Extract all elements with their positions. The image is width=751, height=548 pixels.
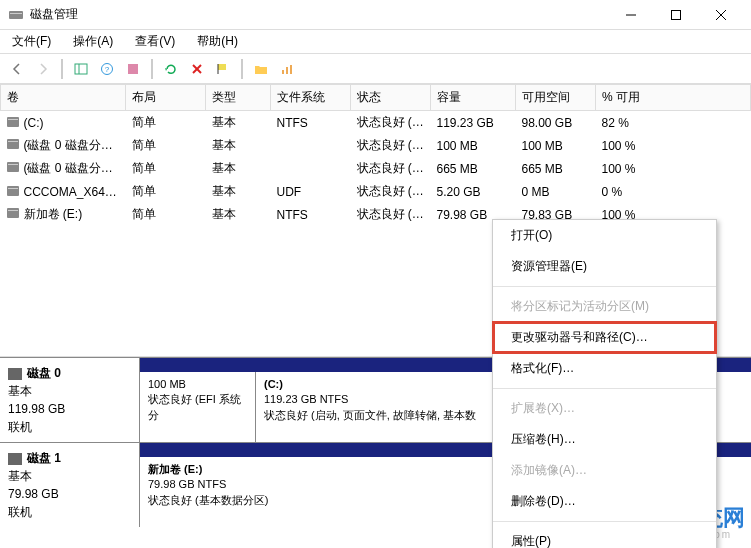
svg-rect-0	[9, 11, 23, 19]
svg-rect-15	[282, 70, 284, 74]
disk-info: 磁盘 0基本119.98 GB联机	[0, 358, 140, 442]
context-menu-item: 添加镜像(A)…	[493, 455, 716, 486]
svg-rect-3	[671, 10, 680, 19]
context-menu-item[interactable]: 属性(P)	[493, 526, 716, 548]
help-icon[interactable]: ?	[96, 58, 118, 80]
menu-view[interactable]: 查看(V)	[129, 31, 181, 52]
col-fs[interactable]: 文件系统	[271, 85, 351, 111]
maximize-button[interactable]	[653, 0, 698, 30]
disk-icon	[8, 453, 22, 465]
delete-icon[interactable]	[186, 58, 208, 80]
separator	[151, 59, 153, 79]
chart-icon[interactable]	[276, 58, 298, 80]
svg-rect-1	[10, 13, 22, 14]
col-type[interactable]: 类型	[206, 85, 271, 111]
drive-icon	[7, 208, 19, 218]
separator	[493, 521, 716, 522]
context-menu-item[interactable]: 压缩卷(H)…	[493, 424, 716, 455]
context-menu-item[interactable]: 格式化(F)…	[493, 353, 716, 384]
table-row[interactable]: (磁盘 0 磁盘分区 1)简单基本状态良好 (…100 MB100 MB100 …	[1, 134, 751, 157]
toolbar: ?	[0, 54, 751, 84]
minimize-button[interactable]	[608, 0, 653, 30]
titlebar: 磁盘管理	[0, 0, 751, 30]
context-menu-item[interactable]: 删除卷(D)…	[493, 486, 716, 517]
settings-icon[interactable]	[122, 58, 144, 80]
app-icon	[8, 7, 24, 23]
flag-icon[interactable]	[212, 58, 234, 80]
close-button[interactable]	[698, 0, 743, 30]
folder-icon[interactable]	[250, 58, 272, 80]
table-row[interactable]: (磁盘 0 磁盘分区 4)简单基本状态良好 (…665 MB665 MB100 …	[1, 157, 751, 180]
forward-icon[interactable]	[32, 58, 54, 80]
disk-icon	[8, 368, 22, 380]
col-layout[interactable]: 布局	[126, 85, 206, 111]
svg-rect-16	[286, 67, 288, 74]
drive-icon	[7, 117, 19, 127]
col-pct[interactable]: % 可用	[596, 85, 751, 111]
svg-rect-6	[75, 64, 87, 74]
context-menu-item: 扩展卷(X)…	[493, 393, 716, 424]
col-volume[interactable]: 卷	[1, 85, 126, 111]
table-row[interactable]: (C:)简单基本NTFS状态良好 (…119.23 GB98.00 GB82 %	[1, 111, 751, 135]
separator	[493, 286, 716, 287]
drive-icon	[7, 139, 19, 149]
svg-text:?: ?	[105, 65, 110, 74]
col-status[interactable]: 状态	[351, 85, 431, 111]
table-header: 卷 布局 类型 文件系统 状态 容量 可用空间 % 可用	[1, 85, 751, 111]
context-menu-item[interactable]: 资源管理器(E)	[493, 251, 716, 282]
col-capacity[interactable]: 容量	[431, 85, 516, 111]
context-menu: 打开(O)资源管理器(E)将分区标记为活动分区(M)更改驱动器号和路径(C)…格…	[492, 219, 717, 548]
back-icon[interactable]	[6, 58, 28, 80]
separator	[61, 59, 63, 79]
partition[interactable]: 100 MB状态良好 (EFI 系统分	[140, 372, 255, 442]
drive-icon	[7, 162, 19, 172]
context-menu-item[interactable]: 更改驱动器号和路径(C)…	[493, 322, 716, 353]
menu-file[interactable]: 文件(F)	[6, 31, 57, 52]
window-title: 磁盘管理	[30, 6, 608, 23]
context-menu-item[interactable]: 打开(O)	[493, 220, 716, 251]
col-free[interactable]: 可用空间	[516, 85, 596, 111]
context-menu-item: 将分区标记为活动分区(M)	[493, 291, 716, 322]
drive-icon	[7, 186, 19, 196]
disk-info: 磁盘 1基本79.98 GB联机	[0, 443, 140, 527]
separator	[241, 59, 243, 79]
menu-help[interactable]: 帮助(H)	[191, 31, 244, 52]
svg-rect-17	[290, 65, 292, 74]
menubar: 文件(F) 操作(A) 查看(V) 帮助(H)	[0, 30, 751, 54]
svg-rect-10	[128, 64, 138, 74]
separator	[493, 388, 716, 389]
svg-rect-13	[218, 64, 226, 70]
table-row[interactable]: CCCOMA_X64FR…简单基本UDF状态良好 (…5.20 GB0 MB0 …	[1, 180, 751, 203]
refresh-icon[interactable]	[160, 58, 182, 80]
menu-action[interactable]: 操作(A)	[67, 31, 119, 52]
panel-icon[interactable]	[70, 58, 92, 80]
